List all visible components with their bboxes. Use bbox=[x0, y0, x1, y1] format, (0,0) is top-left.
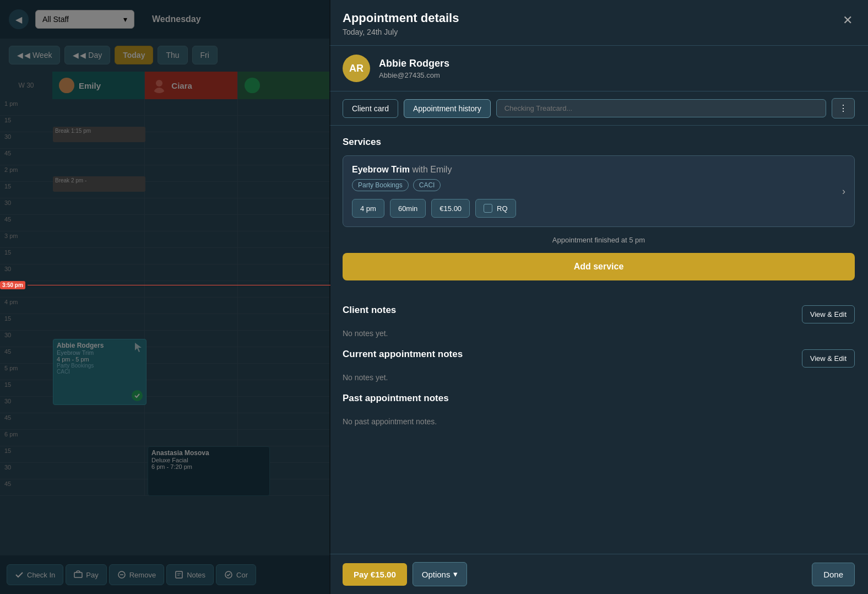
service-tag-party: Party Bookings bbox=[352, 179, 409, 191]
client-notes-section: Client notes View & Edit No notes yet. bbox=[343, 305, 855, 338]
checkbox-pill[interactable]: RQ bbox=[475, 199, 516, 218]
service-tag-caci: CACI bbox=[413, 179, 441, 191]
current-notes-title: Current appointment notes bbox=[343, 349, 463, 360]
panel-done-button[interactable]: Done bbox=[812, 563, 855, 586]
add-service-button[interactable]: Add service bbox=[343, 253, 855, 280]
chevron-right-icon: › bbox=[842, 186, 845, 197]
tab-client-card[interactable]: Client card bbox=[343, 99, 398, 118]
current-notes-text: No notes yet. bbox=[343, 373, 855, 382]
current-appointment-notes-section: Current appointment notes View & Edit No… bbox=[343, 349, 855, 382]
client-notes-view-edit-button[interactable]: View & Edit bbox=[802, 305, 855, 323]
panel-body: Services Eyebrow Trim with Emily Party B… bbox=[329, 126, 868, 554]
time-indicator-line bbox=[28, 285, 330, 285]
service-details: 4 pm 60min €15.00 RQ bbox=[352, 199, 845, 218]
chevron-down-icon: ▾ bbox=[453, 569, 458, 579]
time-indicator: 3:50 pm bbox=[0, 281, 330, 289]
tab-appointment-history[interactable]: Appointment history bbox=[404, 99, 491, 118]
panel-pay-button[interactable]: Pay €15.00 bbox=[343, 563, 407, 586]
time-pill: 4 pm bbox=[352, 199, 384, 218]
client-name: Abbie Rodgers bbox=[379, 58, 449, 69]
panel-options-button[interactable]: Options ▾ bbox=[413, 562, 468, 586]
past-notes-text: No past appointment notes. bbox=[343, 417, 855, 426]
client-email: Abbie@27435.com bbox=[379, 71, 449, 79]
service-tags: Party Bookings CACI bbox=[352, 179, 845, 191]
panel-header: Appointment details Today, 24th July ✕ bbox=[329, 0, 868, 46]
close-button[interactable]: ✕ bbox=[840, 11, 855, 30]
past-appointment-notes-section: Past appointment notes No past appointme… bbox=[343, 393, 855, 426]
services-title: Services bbox=[343, 137, 855, 148]
price-pill: €15.00 bbox=[431, 199, 470, 218]
current-notes-view-edit-button[interactable]: View & Edit bbox=[802, 349, 855, 368]
treatcard-search-input[interactable] bbox=[496, 99, 826, 117]
appointment-details-panel: Appointment details Today, 24th July ✕ A… bbox=[329, 0, 868, 594]
tab-bar: Client card Appointment history ⋮ bbox=[329, 91, 868, 126]
client-notes-title: Client notes bbox=[343, 305, 396, 316]
services-section: Services Eyebrow Trim with Emily Party B… bbox=[343, 137, 855, 294]
client-notes-text: No notes yet. bbox=[343, 329, 855, 338]
calendar-section: ◀ All Staff ▾ Wednesday ◀ ◀ Week ◀ ◀ Day… bbox=[0, 0, 330, 594]
client-notes-header: Client notes View & Edit bbox=[343, 305, 855, 323]
duration-pill: 60min bbox=[390, 199, 426, 218]
service-card[interactable]: Eyebrow Trim with Emily Party Bookings C… bbox=[343, 155, 855, 227]
overlay bbox=[0, 0, 330, 594]
service-checkbox[interactable] bbox=[484, 204, 492, 213]
panel-date: Today, 24th July bbox=[343, 28, 459, 36]
past-notes-header: Past appointment notes bbox=[343, 393, 855, 412]
appointment-end-note: Appointment finished at 5 pm bbox=[343, 236, 855, 244]
client-avatar: AR bbox=[343, 55, 370, 82]
more-options-button[interactable]: ⋮ bbox=[832, 98, 855, 118]
client-info: AR Abbie Rodgers Abbie@27435.com bbox=[329, 46, 868, 91]
panel-title: Appointment details bbox=[343, 11, 459, 25]
current-notes-header: Current appointment notes View & Edit bbox=[343, 349, 855, 368]
current-time-label: 3:50 pm bbox=[0, 281, 25, 289]
past-notes-title: Past appointment notes bbox=[343, 393, 449, 404]
service-name: Eyebrow Trim with Emily bbox=[352, 165, 845, 175]
panel-bottom-bar: Pay €15.00 Options ▾ Done bbox=[329, 554, 868, 594]
